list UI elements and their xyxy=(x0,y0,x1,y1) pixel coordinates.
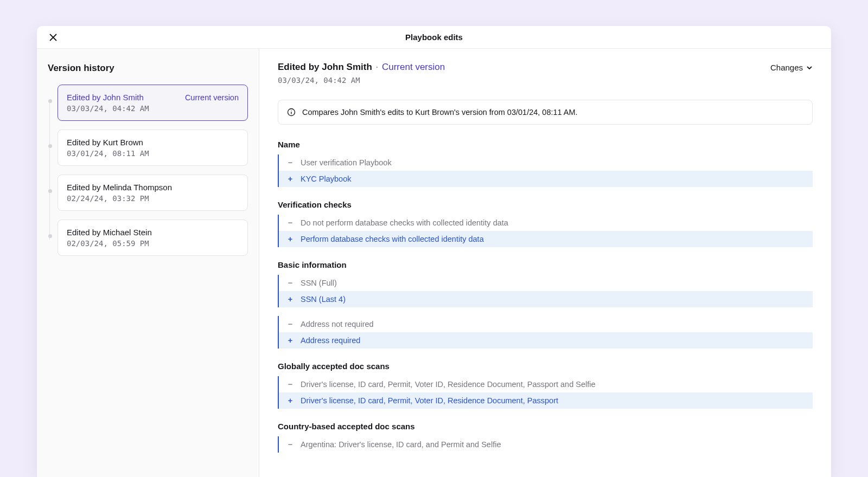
diff-row-removed: −SSN (Full) xyxy=(279,275,813,291)
version-card-row: Edited by John SmithCurrent version xyxy=(67,93,239,102)
diff-block: −User verification Playbook+KYC Playbook xyxy=(278,154,813,187)
diff-row-removed: −User verification Playbook xyxy=(279,154,813,171)
version-date: 02/03/24, 05:59 PM xyxy=(67,239,239,248)
minus-icon: − xyxy=(286,218,294,227)
version-card[interactable]: Edited by John SmithCurrent version03/03… xyxy=(58,85,248,121)
current-version-tag: Current version xyxy=(382,62,445,72)
diff-removed-text: User verification Playbook xyxy=(301,158,392,167)
diff-block: −Argentina: Driver's license, ID card, a… xyxy=(278,436,813,453)
section-heading: Verification checks xyxy=(278,200,813,209)
plus-icon: + xyxy=(286,396,294,405)
diff-row-added: +Address required xyxy=(279,332,813,349)
svg-point-4 xyxy=(291,110,291,111)
version-card-row: Edited by Melinda Thompson xyxy=(67,183,239,192)
version-editor: Edited by John Smith xyxy=(67,93,144,102)
version-card-row: Edited by Kurt Brown xyxy=(67,138,239,147)
plus-icon: + xyxy=(286,175,294,183)
section-heading: Name xyxy=(278,140,813,149)
version-card[interactable]: Edited by Michael Stein02/03/24, 05:59 P… xyxy=(58,220,248,256)
diff-row-added: +Driver's license, ID card, Permit, Vote… xyxy=(279,392,813,409)
changes-dropdown[interactable]: Changes xyxy=(770,62,813,72)
modal-title: Playbook edits xyxy=(405,33,463,42)
version-card-row: Edited by Michael Stein xyxy=(67,228,239,237)
section-heading: Basic information xyxy=(278,260,813,269)
version-history-sidebar: Version history Edited by John SmithCurr… xyxy=(37,49,259,477)
minus-icon: − xyxy=(286,380,294,389)
timeline-dot xyxy=(48,189,52,193)
minus-icon: − xyxy=(286,158,294,167)
info-icon xyxy=(287,108,296,117)
version-card[interactable]: Edited by Melinda Thompson02/24/24, 03:3… xyxy=(58,175,248,211)
diff-row-added: +Perform database checks with collected … xyxy=(279,231,813,247)
diff-block: −Address not required+Address required xyxy=(278,316,813,349)
timeline-dot xyxy=(48,144,52,148)
diff-removed-text: Argentina: Driver's license, ID card, an… xyxy=(301,440,501,449)
playbook-edits-modal: Playbook edits Version history Edited by… xyxy=(37,26,831,477)
title-separator: · xyxy=(373,62,381,72)
diff-added-text: SSN (Last 4) xyxy=(301,295,346,304)
timeline-dot xyxy=(48,99,52,103)
diff-row-removed: −Argentina: Driver's license, ID card, a… xyxy=(279,436,813,453)
diff-row-added: +SSN (Last 4) xyxy=(279,291,813,307)
diff-removed-text: Driver's license, ID card, Permit, Voter… xyxy=(301,380,596,389)
diff-row-removed: −Driver's license, ID card, Permit, Vote… xyxy=(279,376,813,392)
diff-block: −Do not perform database checks with col… xyxy=(278,215,813,247)
diff-added-text: Perform database checks with collected i… xyxy=(301,235,484,243)
plus-icon: + xyxy=(286,295,294,304)
diff-removed-text: Address not required xyxy=(301,320,374,328)
diff-removed-text: SSN (Full) xyxy=(301,279,337,287)
version-date: 02/24/24, 03:32 PM xyxy=(67,194,239,203)
compare-banner: Compares John Smith's edits to Kurt Brow… xyxy=(278,100,813,125)
modal-body: Version history Edited by John SmithCurr… xyxy=(37,49,831,477)
chevron-down-icon xyxy=(806,65,813,71)
diff-removed-text: Do not perform database checks with coll… xyxy=(301,218,508,227)
diff-block: −Driver's license, ID card, Permit, Vote… xyxy=(278,376,813,409)
plus-icon: + xyxy=(286,235,294,243)
diff-block: −SSN (Full)+SSN (Last 4) xyxy=(278,275,813,307)
version-card[interactable]: Edited by Kurt Brown03/01/24, 08:11 AM xyxy=(58,130,248,166)
version-editor: Edited by Kurt Brown xyxy=(67,138,143,147)
compare-text: Compares John Smith's edits to Kurt Brow… xyxy=(302,108,578,117)
close-button[interactable] xyxy=(47,31,60,44)
minus-icon: − xyxy=(286,440,294,449)
version-badge: Current version xyxy=(185,93,239,102)
close-icon xyxy=(49,34,57,41)
minus-icon: − xyxy=(286,279,294,287)
diff-title-block: Edited by John Smith · Current version 0… xyxy=(278,62,445,85)
diff-added-text: Driver's license, ID card, Permit, Voter… xyxy=(301,396,558,405)
version-date: 03/03/24, 04:42 AM xyxy=(67,104,239,113)
diff-row-removed: −Do not perform database checks with col… xyxy=(279,215,813,231)
version-date: 03/01/24, 08:11 AM xyxy=(67,149,239,158)
changes-label: Changes xyxy=(770,63,803,72)
diff-title: Edited by John Smith · Current version xyxy=(278,62,445,73)
timeline-dot xyxy=(48,234,52,238)
diff-added-text: Address required xyxy=(301,336,360,345)
modal-header: Playbook edits xyxy=(37,26,831,49)
diff-header: Edited by John Smith · Current version 0… xyxy=(278,62,813,85)
minus-icon: − xyxy=(286,320,294,328)
version-editor: Edited by Michael Stein xyxy=(67,228,152,237)
diff-editor: Edited by John Smith xyxy=(278,62,372,72)
diff-row-added: +KYC Playbook xyxy=(279,171,813,187)
version-timeline: Edited by John SmithCurrent version03/03… xyxy=(48,85,248,256)
diff-row-removed: −Address not required xyxy=(279,316,813,332)
diff-panel: Edited by John Smith · Current version 0… xyxy=(259,49,831,477)
section-heading: Country-based accepted doc scans xyxy=(278,422,813,431)
diff-date: 03/03/24, 04:42 AM xyxy=(278,76,445,85)
diff-sections: Name−User verification Playbook+KYC Play… xyxy=(278,140,813,453)
sidebar-title: Version history xyxy=(48,63,248,74)
version-editor: Edited by Melinda Thompson xyxy=(67,183,172,192)
diff-added-text: KYC Playbook xyxy=(301,175,352,183)
section-heading: Globally accepted doc scans xyxy=(278,362,813,371)
plus-icon: + xyxy=(286,336,294,345)
